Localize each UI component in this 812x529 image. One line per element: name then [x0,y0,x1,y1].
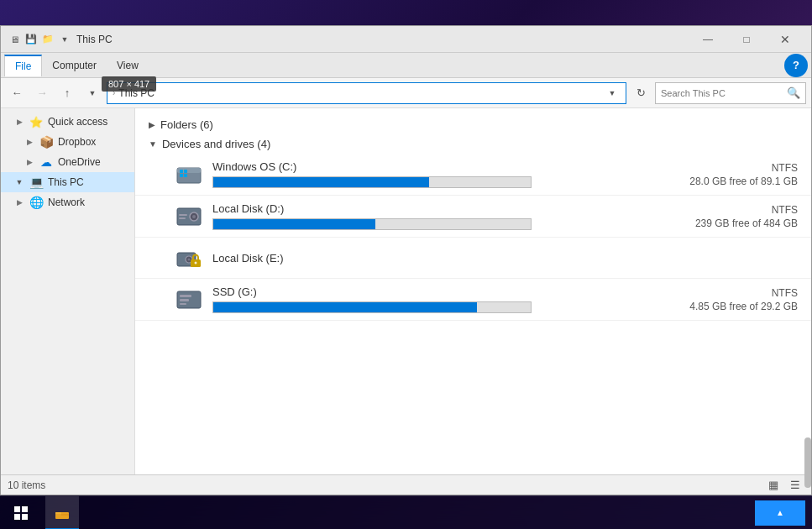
drive-c-name: Windows OS (C:) [212,160,665,173]
drive-c-icon [175,161,202,188]
sidebar-item-network[interactable]: ▶ 🌐 Network [1,192,134,212]
sidebar-item-onedrive[interactable]: ▶ ☁ OneDrive [1,152,134,172]
drive-d-bar-container [212,218,532,230]
drive-d-fs: NTFS [772,204,798,216]
drive-item-c[interactable]: Windows OS (C:) NTFS 28.0 GB free of 89.… [135,154,811,196]
svg-point-15 [195,262,197,264]
view-controls: ▦ ☰ [764,478,804,493]
address-arrow: › [113,88,115,97]
window-icon-save: 💾 [24,33,38,46]
taskbar-right: ▲ [755,500,812,526]
search-bar: 🔍 [655,82,806,104]
drive-g-space: 4.85 GB free of 29.2 GB [689,301,798,312]
svg-rect-3 [184,170,187,173]
drive-e-icon [175,244,202,271]
address-this-pc[interactable]: This PC [118,87,155,99]
drive-d-meta: NTFS 239 GB free of 484 GB [689,204,798,229]
drive-e-meta [689,257,798,259]
drive-d-icon [175,203,202,230]
svg-point-13 [188,259,191,261]
start-button[interactable] [0,496,42,530]
drive-c-fs: NTFS [772,162,798,174]
drive-d-name: Local Disk (D:) [212,202,665,215]
drive-e-info: Local Disk (E:) [212,252,665,264]
svg-rect-5 [184,174,187,177]
tiles-view-button[interactable]: ▦ [764,478,783,493]
this-pc-expand-icon: ▼ [14,177,24,187]
address-dropdown-button[interactable]: ▼ [604,83,621,103]
tab-file[interactable]: File [4,55,42,76]
tab-view[interactable]: View [107,55,149,76]
dropbox-label: Dropbox [58,136,96,148]
drive-g-bar-container [212,301,532,313]
devices-section-header[interactable]: ▼ Devices and drives (4) [135,134,811,154]
quick-access-expand-icon: ▶ [14,117,24,127]
scrollbar-thumb[interactable] [804,437,811,474]
drive-item-g[interactable]: SSD (G:) NTFS 4.85 GB free of 29.2 GB [135,279,811,321]
recent-locations-button[interactable]: ▼ [81,82,103,104]
title-bar: 🖥 💾 📁 ▼ This PC — □ ✕ [1,26,811,53]
tab-computer[interactable]: Computer [42,55,107,76]
svg-rect-9 [179,214,187,216]
title-bar-icons: 🖥 💾 📁 ▼ [8,33,71,46]
svg-point-8 [192,215,196,218]
list-view-button[interactable]: ☰ [786,478,804,493]
drive-c-info: Windows OS (C:) [212,160,665,188]
devices-section-title: Devices and drives (4) [162,138,270,150]
search-input[interactable] [661,88,783,98]
svg-rect-19 [180,303,186,305]
address-path: › This PC [113,87,600,99]
network-expand-icon: ▶ [14,197,24,207]
content-area: ▶ ⭐ Quick access ▶ 📦 Dropbox ▶ ☁ OneDriv… [1,108,811,474]
maximize-button[interactable]: □ [727,26,766,53]
devices-toggle-icon: ▼ [149,139,157,149]
network-icon: 🌐 [29,196,43,209]
dropbox-expand-icon: ▶ [24,137,34,147]
this-pc-icon: 💻 [29,175,43,189]
taskbar-explorer[interactable] [45,496,79,530]
drive-g-name: SSD (G:) [212,285,665,298]
svg-rect-22 [14,514,20,520]
help-button[interactable]: ? [784,54,808,77]
network-label: Network [48,196,85,208]
svg-rect-20 [14,506,20,512]
drive-g-meta: NTFS 4.85 GB free of 29.2 GB [689,287,798,312]
drive-g-bar [213,302,477,312]
title-bar-controls: — □ ✕ [689,26,804,53]
drive-d-info: Local Disk (D:) [212,202,665,230]
sidebar-item-this-pc[interactable]: ▼ 💻 This PC [1,172,134,192]
search-icon: 🔍 [787,86,800,99]
drive-d-space: 239 GB free of 484 GB [695,217,798,229]
drive-c-bar-container [212,176,532,188]
svg-rect-10 [179,217,186,219]
svg-rect-25 [55,512,61,516]
refresh-button[interactable]: ↻ [630,82,652,104]
window-icon-folder: 📁 [41,33,55,46]
drive-item-e[interactable]: Local Disk (E:) [135,238,811,279]
svg-rect-21 [22,506,28,512]
up-button[interactable]: ↑ [56,82,78,104]
drive-item-d[interactable]: Local Disk (D:) NTFS 239 GB free of 484 … [135,196,811,238]
folders-section-title: Folders (6) [160,118,213,131]
sidebar-item-quick-access[interactable]: ▶ ⭐ Quick access [1,112,134,132]
folders-section-header[interactable]: ▶ Folders (6) [135,115,811,134]
back-button[interactable]: ← [6,82,28,104]
minimize-button[interactable]: — [689,26,727,53]
sidebar-item-dropbox[interactable]: ▶ 📦 Dropbox [1,132,134,152]
drive-d-bar [213,219,375,229]
explorer-window: 🖥 💾 📁 ▼ This PC — □ ✕ File Computer View… [0,25,812,495]
sidebar: ▶ ⭐ Quick access ▶ 📦 Dropbox ▶ ☁ OneDriv… [1,108,135,474]
item-count: 10 items [8,479,45,491]
status-bar: 10 items ▦ ☰ [1,474,811,495]
onedrive-icon: ☁ [39,155,53,169]
window-icon-down: ▼ [58,33,71,46]
close-button[interactable]: ✕ [766,26,804,53]
drive-e-name: Local Disk (E:) [212,252,665,264]
drive-g-icon [175,286,202,313]
forward-button[interactable]: → [31,82,53,104]
toolbar: ← → ↑ ▼ › This PC ▼ ↻ 🔍 [1,78,811,108]
main-panel: ▶ Folders (6) ▼ Devices and drives (4) [135,108,811,474]
notification-area[interactable]: ▲ [755,500,805,526]
quick-access-icon: ⭐ [29,115,43,128]
svg-rect-18 [180,299,189,301]
